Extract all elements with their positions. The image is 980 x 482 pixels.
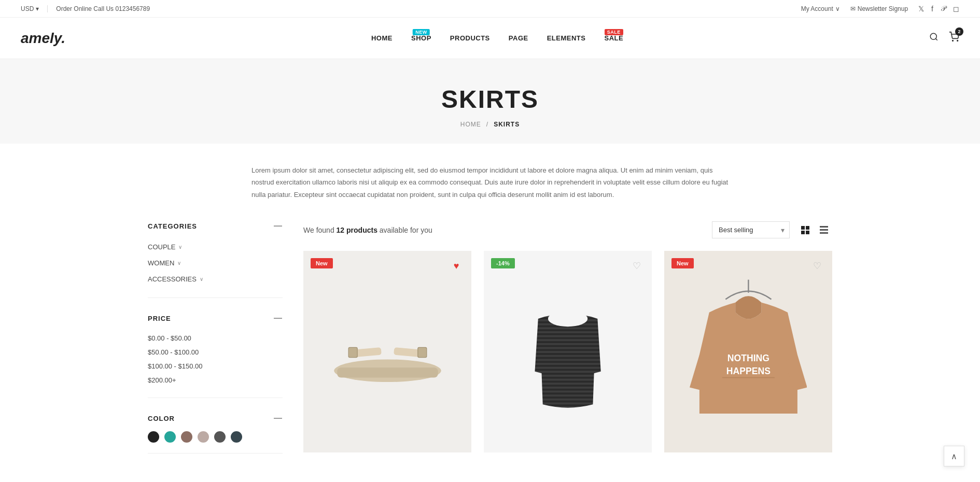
list-view-button[interactable] [816, 222, 832, 238]
price-range-100-150[interactable]: $100.00 - $150.00 [148, 359, 283, 373]
category-item-couple[interactable]: COUPLE ∨ [148, 239, 283, 255]
nav-item-sale[interactable]: Sale SALE [604, 34, 623, 42]
color-header: COLOR — [148, 414, 283, 423]
products-section: We found 12 products available for you B… [303, 221, 832, 469]
search-button[interactable] [929, 32, 939, 44]
svg-rect-6 [801, 231, 805, 234]
color-swatch-black[interactable] [148, 431, 159, 443]
description-text: Lorem ipsum dolor sit amet, consectetur … [251, 164, 729, 201]
price-range-50-100[interactable]: $50.00 - $100.00 [148, 345, 283, 359]
wishlist-btn-1[interactable]: ♥ [449, 258, 464, 274]
categories-toggle[interactable]: — [274, 221, 283, 231]
top-bar-right: My Account ∨ ✉ Newsletter Signup 𝕏 f 𝒫 ◻ [801, 4, 959, 13]
sandal-image [325, 276, 451, 428]
nav-item-elements[interactable]: ELEMENTS [547, 34, 586, 42]
svg-point-3 [957, 40, 958, 41]
my-account-link[interactable]: My Account ∨ [801, 5, 840, 12]
price-label: PRICE [148, 315, 171, 322]
count-prefix: We found [303, 226, 337, 234]
hoodie-image: NOTHING HAPPENS [690, 266, 807, 437]
breadcrumb-home[interactable]: HOME [460, 121, 481, 128]
grid-view-button[interactable] [797, 222, 814, 238]
logo[interactable]: amely. [21, 30, 65, 47]
svg-rect-4 [801, 226, 805, 230]
scroll-to-top[interactable]: ∧ [944, 446, 964, 466]
svg-point-19 [548, 311, 587, 327]
price-range-200-plus[interactable]: $200.00+ [148, 373, 283, 387]
nav-item-shop[interactable]: New SHOP [411, 34, 431, 42]
couple-chevron: ∨ [178, 244, 182, 250]
svg-rect-7 [806, 231, 809, 234]
product-card-3[interactable]: New ♡ [664, 251, 832, 452]
product-image-placeholder-2 [484, 251, 652, 452]
instagram-icon[interactable]: ◻ [953, 5, 959, 13]
price-header: PRICE — [148, 314, 283, 323]
svg-line-1 [935, 38, 937, 40]
nav-item-products[interactable]: PRODUCTS [450, 34, 490, 42]
page-title: SKIRTS [10, 85, 970, 114]
nav-item-home[interactable]: HOME [371, 34, 393, 42]
price-toggle[interactable]: — [274, 314, 283, 323]
women-chevron: ∨ [177, 260, 181, 266]
breadcrumb-separator: / [486, 121, 488, 128]
currency-chevron: ▾ [36, 5, 39, 12]
product-grid: New ♥ [303, 251, 832, 452]
list-view-icon [820, 226, 828, 234]
currency-selector[interactable]: USD ▾ [21, 5, 48, 12]
color-swatches [148, 431, 283, 443]
svg-rect-5 [806, 226, 809, 230]
product-image-3: New ♡ [664, 251, 832, 452]
top-bar: USD ▾ Order Online Call Us 0123456789 My… [0, 0, 980, 18]
currency-label: USD [21, 5, 34, 12]
facebook-icon[interactable]: f [931, 5, 933, 13]
sale-badge: Sale [605, 29, 623, 35]
pinterest-icon[interactable]: 𝒫 [941, 4, 946, 13]
twitter-icon[interactable]: 𝕏 [918, 5, 924, 13]
color-swatch-taupe[interactable] [198, 431, 209, 443]
main-nav: amely. HOME New SHOP PRODUCTS PAGE ELEME… [0, 18, 980, 59]
svg-text:HAPPENS: HAPPENS [726, 366, 770, 377]
toolbar-right: Best selling Price: Low to High Price: H… [712, 221, 832, 238]
bodysuit-image [522, 271, 614, 432]
product-image-placeholder-1 [303, 251, 471, 452]
newsletter-signup-link[interactable]: ✉ Newsletter Signup [850, 5, 908, 12]
cart-count: 2 [955, 27, 963, 36]
count-suffix: available for you [377, 226, 432, 234]
category-description: Lorem ipsum dolor sit amet, consectetur … [231, 164, 749, 201]
product-image-2: -14% ♡ [484, 251, 652, 452]
color-swatch-teal[interactable] [164, 431, 176, 443]
product-card-2[interactable]: -14% ♡ [484, 251, 652, 452]
svg-point-2 [953, 40, 954, 41]
breadcrumb-current: SKIRTS [494, 121, 520, 128]
color-toggle[interactable]: — [274, 414, 283, 423]
product-card-1[interactable]: New ♥ [303, 251, 471, 452]
color-swatch-dark-gray[interactable] [214, 431, 226, 443]
svg-rect-9 [820, 229, 828, 231]
view-icons [797, 222, 832, 238]
color-swatch-brown[interactable] [181, 431, 192, 443]
top-bar-left: USD ▾ Order Online Call Us 0123456789 [21, 5, 150, 12]
sort-select[interactable]: Best selling Price: Low to High Price: H… [712, 221, 790, 238]
shop-badge: New [413, 29, 430, 35]
color-swatch-charcoal[interactable] [231, 431, 242, 443]
sidebar: CATEGORIES — COUPLE ∨ WOMEN ∨ ACCESSORIE… [148, 221, 283, 469]
wishlist-btn-3[interactable]: ♡ [809, 258, 825, 274]
accessories-chevron: ∨ [200, 276, 203, 282]
newsletter-label: Newsletter Signup [858, 5, 908, 12]
newsletter-icon: ✉ [850, 5, 856, 12]
wishlist-btn-2[interactable]: ♡ [629, 258, 645, 274]
products-count: We found 12 products available for you [303, 226, 432, 234]
page-header: SKIRTS HOME / SKIRTS [0, 59, 980, 144]
category-item-accessories[interactable]: ACCESSORIES ∨ [148, 271, 283, 287]
categories-header: CATEGORIES — [148, 221, 283, 231]
products-toolbar: We found 12 products available for you B… [303, 221, 832, 238]
social-links: 𝕏 f 𝒫 ◻ [918, 4, 959, 13]
price-range-0-50[interactable]: $0.00 - $50.00 [148, 331, 283, 345]
category-item-women[interactable]: WOMEN ∨ [148, 255, 283, 271]
sort-wrapper: Best selling Price: Low to High Price: H… [712, 221, 790, 238]
nav-item-page[interactable]: PAGE [509, 34, 528, 42]
product-image-placeholder-3: NOTHING HAPPENS [664, 251, 832, 452]
product-image-1: New ♥ [303, 251, 471, 452]
cart-button[interactable]: 2 [949, 32, 959, 45]
account-chevron: ∨ [835, 5, 840, 12]
